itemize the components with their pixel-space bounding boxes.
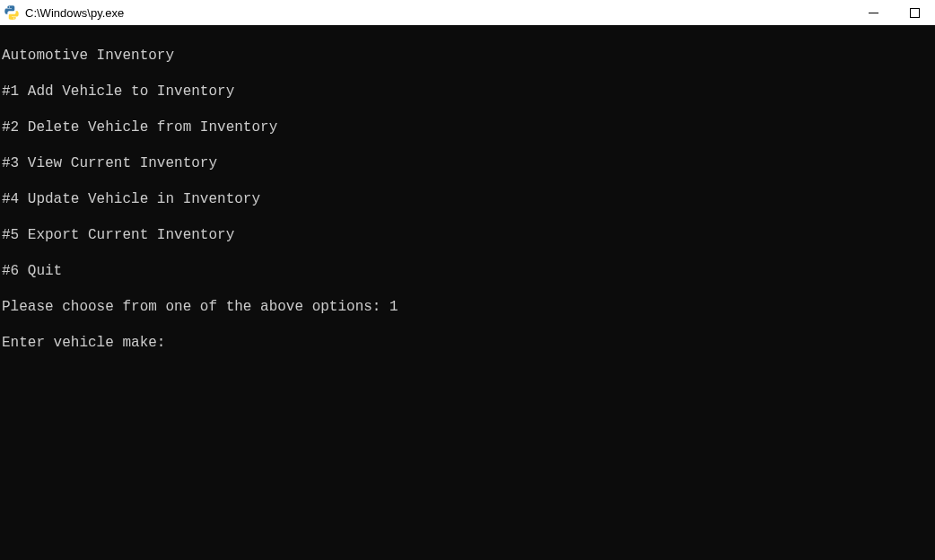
window-title: C:\Windows\py.exe	[25, 6, 124, 20]
python-icon	[4, 4, 20, 21]
maximize-button[interactable]	[894, 0, 935, 25]
terminal-line: #5 Export Current Inventory	[2, 226, 935, 244]
minimize-button[interactable]	[852, 0, 894, 25]
window-controls	[852, 0, 935, 25]
terminal-line: Automotive Inventory	[2, 47, 935, 65]
terminal-output[interactable]: Automotive Inventory #1 Add Vehicle to I…	[0, 25, 935, 560]
window-titlebar: C:\Windows\py.exe	[0, 0, 935, 25]
prompt-entered-value: 1	[389, 298, 398, 316]
terminal-line: #6 Quit	[2, 262, 935, 280]
vehicle-make-input[interactable]	[174, 334, 935, 352]
terminal-line: #2 Delete Vehicle from Inventory	[2, 118, 935, 136]
prompt-label: Enter vehicle make:	[2, 334, 174, 352]
svg-rect-1	[910, 8, 919, 17]
prompt-line-choose-option: Please choose from one of the above opti…	[2, 298, 935, 316]
terminal-line: #3 View Current Inventory	[2, 154, 935, 172]
terminal-line: #1 Add Vehicle to Inventory	[2, 83, 935, 101]
prompt-line-vehicle-make: Enter vehicle make:	[2, 334, 935, 352]
terminal-line: #4 Update Vehicle in Inventory	[2, 190, 935, 208]
prompt-label: Please choose from one of the above opti…	[2, 298, 389, 316]
